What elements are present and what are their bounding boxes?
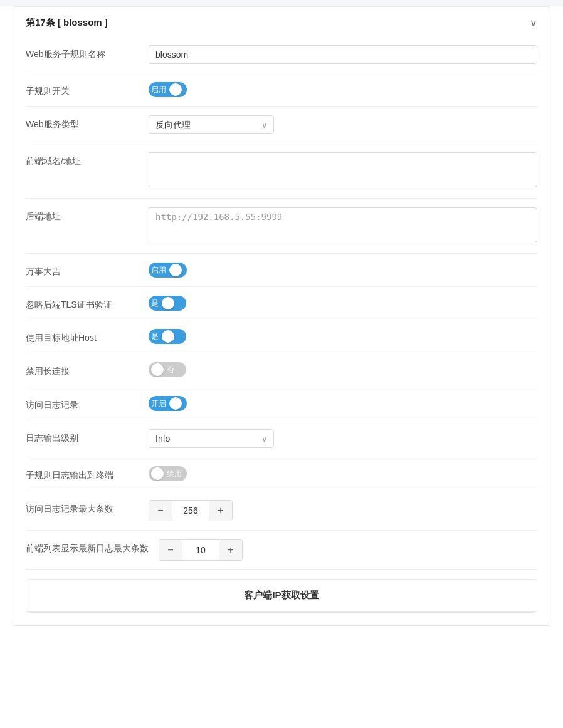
card-header: 第17条 [ blossom ] ∨ <box>26 7 537 36</box>
disable-long-label: 禁用长连接 <box>26 362 139 377</box>
wanshi-label: 万事大吉 <box>26 263 139 278</box>
sub-log-terminal-toggle-text: 禁用 <box>167 469 182 479</box>
sub-toggle-text: 启用 <box>151 85 166 95</box>
sub-toggle[interactable]: 启用 <box>149 82 187 97</box>
frontend-textarea[interactable] <box>149 152 537 187</box>
backend-label: 后端地址 <box>26 207 139 222</box>
sub-panel-title: 客户端IP获取设置 <box>26 580 537 612</box>
form-row-frontend: 前端域名/地址 <box>26 143 537 199</box>
disable-long-toggle[interactable]: 否 <box>149 362 186 377</box>
ignore-tls-toggle-circle <box>162 297 174 309</box>
log-level-control: Info Debug Warning Error ∨ <box>149 429 537 448</box>
max-log-control: − + <box>149 500 537 521</box>
chevron-down-icon[interactable]: ∨ <box>530 17 537 29</box>
sub-toggle-circle <box>169 83 182 96</box>
wanshi-toggle-text: 启用 <box>151 265 166 276</box>
name-control <box>149 45 537 64</box>
sub-log-terminal-toggle-circle <box>151 467 164 480</box>
card-title: 第17条 [ blossom ] <box>26 17 108 29</box>
form-row-access-log: 访问日志记录 开启 <box>26 387 537 420</box>
form-row-wanshi: 万事大吉 启用 <box>26 254 537 287</box>
form-row-max-log: 访问日志记录最大条数 − + <box>26 491 537 531</box>
form-row-use-host: 使用目标地址Host 是 <box>26 320 537 353</box>
log-level-label: 日志输出级别 <box>26 429 139 444</box>
ignore-tls-toggle[interactable]: 是 <box>149 296 186 311</box>
max-display-value-input[interactable] <box>182 540 219 560</box>
frontend-label: 前端域名/地址 <box>26 152 139 167</box>
access-log-toggle-text: 开启 <box>151 398 166 409</box>
use-host-label: 使用目标地址Host <box>26 329 139 344</box>
wanshi-toggle-circle <box>169 264 182 276</box>
sub-log-terminal-toggle[interactable]: 禁用 <box>149 466 187 481</box>
service-type-control: 反向代理 静态文件 重定向 ∨ <box>149 115 537 134</box>
backend-textarea[interactable]: http://192.168.5.55:9999 <box>149 207 537 242</box>
form-row-sub-log-terminal: 子规则日志输出到终端 禁用 <box>26 457 537 491</box>
service-type-select-wrapper: 反向代理 静态文件 重定向 ∨ <box>149 115 274 134</box>
sub-panel-client-ip: 客户端IP获取设置 <box>26 579 537 613</box>
form-row-max-display: 前端列表显示最新日志最大条数 − + <box>26 531 537 570</box>
form-row-ignore-tls: 忽略后端TLS证书验证 是 <box>26 287 537 320</box>
sub-toggle-label: 子规则开关 <box>26 82 139 97</box>
frontend-control <box>149 152 537 189</box>
max-log-decrement-button[interactable]: − <box>149 501 172 521</box>
sub-log-terminal-control: 禁用 <box>149 466 537 482</box>
form-row-backend: 后端地址 http://192.168.5.55:9999 <box>26 199 537 254</box>
ignore-tls-toggle-text: 是 <box>151 298 159 309</box>
form-row-sub-toggle: 子规则开关 启用 <box>26 73 537 107</box>
backend-control: http://192.168.5.55:9999 <box>149 207 537 244</box>
form-row-log-level: 日志输出级别 Info Debug Warning Error ∨ <box>26 420 537 457</box>
wanshi-toggle[interactable]: 启用 <box>149 263 187 278</box>
max-log-stepper: − + <box>149 500 233 521</box>
max-display-increment-button[interactable]: + <box>219 540 242 560</box>
access-log-toggle-circle <box>169 397 182 410</box>
sub-toggle-control: 启用 <box>149 82 537 97</box>
max-log-label: 访问日志记录最大条数 <box>26 500 139 515</box>
access-log-control: 开启 <box>149 396 537 411</box>
sub-log-terminal-label: 子规则日志输出到终端 <box>26 466 139 481</box>
log-level-select[interactable]: Info Debug Warning Error <box>149 429 274 448</box>
disable-long-toggle-circle <box>151 363 164 376</box>
access-log-label: 访问日志记录 <box>26 396 139 411</box>
disable-long-control: 否 <box>149 362 537 378</box>
access-log-toggle[interactable]: 开启 <box>149 396 187 411</box>
form-row-name: Web服务子规则名称 <box>26 36 537 73</box>
use-host-control: 是 <box>149 329 537 344</box>
name-input[interactable] <box>149 45 537 64</box>
max-display-decrement-button[interactable]: − <box>159 540 182 560</box>
name-label: Web服务子规则名称 <box>26 45 139 60</box>
service-type-label: Web服务类型 <box>26 115 139 130</box>
max-display-label: 前端列表显示最新日志最大条数 <box>26 539 149 554</box>
ignore-tls-control: 是 <box>149 296 537 311</box>
use-host-toggle-circle <box>162 330 174 343</box>
ignore-tls-label: 忽略后端TLS证书验证 <box>26 296 139 311</box>
disable-long-toggle-text: 否 <box>167 365 174 375</box>
max-display-stepper: − + <box>159 539 243 561</box>
max-log-value-input[interactable] <box>172 501 209 521</box>
form-row-disable-long: 禁用长连接 否 <box>26 353 537 387</box>
use-host-toggle[interactable]: 是 <box>149 329 186 344</box>
log-level-select-wrapper: Info Debug Warning Error ∨ <box>149 429 274 448</box>
use-host-toggle-text: 是 <box>151 331 159 342</box>
service-type-select[interactable]: 反向代理 静态文件 重定向 <box>149 115 274 134</box>
form-row-service-type: Web服务类型 反向代理 静态文件 重定向 ∨ <box>26 107 537 143</box>
max-log-increment-button[interactable]: + <box>209 501 232 521</box>
wanshi-control: 启用 <box>149 263 537 278</box>
max-display-control: − + <box>159 539 537 561</box>
